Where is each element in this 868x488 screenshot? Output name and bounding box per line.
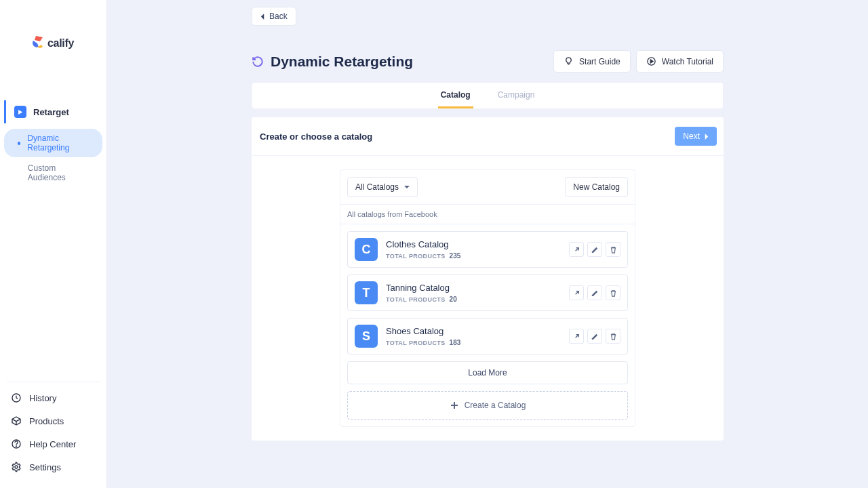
open-external-button[interactable] bbox=[569, 285, 584, 300]
open-external-button[interactable] bbox=[569, 329, 584, 344]
watch-tutorial-label: Watch Tutorial bbox=[662, 57, 713, 66]
new-catalog-button[interactable]: New Catalog bbox=[565, 177, 628, 197]
catalog-tile-icon: S bbox=[355, 325, 378, 348]
external-icon bbox=[573, 289, 580, 297]
main-content: Back Dynamic Retargeting Start Guide Wat… bbox=[107, 0, 868, 488]
pencil-icon bbox=[591, 246, 599, 253]
chevron-down-icon bbox=[404, 184, 410, 190]
box-icon bbox=[11, 415, 22, 426]
gear-icon bbox=[11, 462, 22, 472]
dropdown-label: All Catalogs bbox=[355, 182, 399, 192]
create-catalog-button[interactable]: Create a Catalog bbox=[347, 391, 628, 420]
back-arrow-icon bbox=[260, 14, 265, 20]
start-guide-label: Start Guide bbox=[579, 57, 620, 66]
plus-icon bbox=[450, 401, 459, 410]
load-more-button[interactable]: Load More bbox=[347, 361, 628, 384]
pencil-icon bbox=[591, 289, 599, 297]
next-label: Next bbox=[683, 131, 700, 141]
clock-icon bbox=[11, 392, 22, 403]
nav-label: Settings bbox=[29, 462, 61, 472]
trash-icon bbox=[610, 246, 617, 253]
tab-catalog[interactable]: Catalog bbox=[438, 83, 473, 108]
next-arrow-icon bbox=[704, 134, 709, 140]
nav-label: Help Center bbox=[29, 439, 76, 449]
all-catalogs-dropdown[interactable]: All Catalogs bbox=[347, 177, 418, 197]
delete-button[interactable] bbox=[606, 285, 620, 300]
catalog-name: Clothes Catalog bbox=[386, 239, 460, 249]
catalog-count: 235 bbox=[450, 252, 461, 260]
nav-settings[interactable]: Settings bbox=[0, 455, 106, 479]
trash-icon bbox=[610, 333, 617, 340]
sidebar-divider bbox=[7, 382, 100, 382]
catalog-list: C Clothes Catalog TOTAL PRODUCTS 235 bbox=[340, 224, 635, 354]
edit-button[interactable] bbox=[587, 285, 602, 300]
catalog-name: Shoes Catalog bbox=[386, 326, 460, 336]
nav-label: Products bbox=[29, 416, 64, 426]
delete-button[interactable] bbox=[606, 329, 620, 344]
back-label: Back bbox=[269, 12, 288, 21]
nav-products[interactable]: Products bbox=[0, 409, 106, 432]
sidebar-item-custom-audiences[interactable]: Custom Audiences bbox=[4, 159, 102, 187]
catalog-row[interactable]: T Tanning Catalog TOTAL PRODUCTS 20 bbox=[347, 274, 628, 311]
total-products-label: TOTAL PRODUCTS bbox=[386, 296, 446, 303]
sidebar-retarget[interactable]: Retarget bbox=[4, 100, 102, 123]
catalog-row[interactable]: S Shoes Catalog TOTAL PRODUCTS 183 bbox=[347, 318, 628, 354]
card-title: Create or choose a catalog bbox=[260, 131, 372, 142]
nav-section: Retarget Dynamic Retargeting Custom Audi… bbox=[0, 73, 106, 375]
tab-campaign[interactable]: Campaign bbox=[495, 83, 538, 108]
nav-help-center[interactable]: Help Center bbox=[0, 432, 106, 455]
help-icon bbox=[11, 439, 22, 449]
sidebar-item-label: Dynamic Retargeting bbox=[27, 134, 93, 152]
catalog-row[interactable]: C Clothes Catalog TOTAL PRODUCTS 235 bbox=[347, 231, 628, 268]
catalog-count: 183 bbox=[450, 339, 461, 346]
tabs: Catalog Campaign bbox=[252, 82, 724, 109]
catalog-count: 20 bbox=[450, 296, 457, 303]
source-label: All catalogs from Facebook bbox=[340, 204, 635, 224]
nav-label: History bbox=[29, 393, 56, 403]
bottom-nav: History Products Help Center Settings bbox=[0, 386, 106, 488]
delete-button[interactable] bbox=[606, 242, 620, 257]
trash-icon bbox=[610, 289, 617, 297]
catalog-card: Create or choose a catalog Next All Cata… bbox=[252, 117, 724, 441]
sidebar: calify Retarget Dynamic Retargeting Cust… bbox=[0, 0, 107, 488]
logo-icon bbox=[31, 36, 45, 51]
page-header: Dynamic Retargeting Start Guide Watch Tu… bbox=[252, 50, 724, 73]
svg-point-2 bbox=[16, 446, 17, 447]
refresh-icon bbox=[252, 56, 264, 68]
bulb-icon bbox=[564, 56, 574, 66]
back-button[interactable]: Back bbox=[252, 7, 296, 26]
external-icon bbox=[573, 333, 580, 340]
edit-button[interactable] bbox=[587, 329, 602, 344]
catalog-tile-icon: T bbox=[355, 281, 378, 304]
total-products-label: TOTAL PRODUCTS bbox=[386, 253, 446, 260]
catalog-tile-icon: C bbox=[355, 238, 378, 261]
sidebar-item-label: Custom Audiences bbox=[28, 163, 93, 182]
play-icon bbox=[646, 56, 656, 66]
pencil-icon bbox=[591, 333, 599, 340]
create-catalog-label: Create a Catalog bbox=[465, 401, 526, 410]
retarget-icon bbox=[14, 106, 26, 118]
edit-button[interactable] bbox=[587, 242, 602, 257]
active-dot-icon bbox=[18, 142, 20, 145]
sidebar-retarget-label: Retarget bbox=[33, 107, 69, 117]
catalog-panel: All Catalogs New Catalog All catalogs fr… bbox=[340, 169, 635, 427]
nav-history[interactable]: History bbox=[0, 386, 106, 409]
brand-name: calify bbox=[47, 37, 74, 49]
page-title: Dynamic Retargeting bbox=[271, 54, 413, 70]
external-icon bbox=[573, 246, 580, 253]
start-guide-button[interactable]: Start Guide bbox=[553, 50, 631, 73]
sidebar-item-dynamic-retargeting[interactable]: Dynamic Retargeting bbox=[4, 129, 102, 157]
watch-tutorial-button[interactable]: Watch Tutorial bbox=[636, 50, 724, 73]
svg-point-3 bbox=[15, 466, 18, 468]
catalog-name: Tanning Catalog bbox=[386, 283, 457, 293]
logo: calify bbox=[0, 0, 106, 73]
next-button[interactable]: Next bbox=[675, 127, 717, 146]
total-products-label: TOTAL PRODUCTS bbox=[386, 340, 446, 346]
open-external-button[interactable] bbox=[569, 242, 584, 257]
